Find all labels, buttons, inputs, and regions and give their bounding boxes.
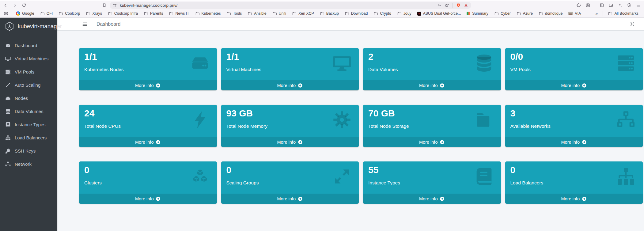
main-area: Dashboard 1/1Kubernetes NodesMore info1/…: [57, 18, 644, 231]
arrow-circle-right-icon: [298, 83, 303, 88]
brave-rewards-icon[interactable]: [464, 3, 468, 7]
password-key-icon[interactable]: [437, 3, 441, 7]
arrow-circle-right-icon: [440, 140, 445, 145]
bookmark-item-coolcorp-infra[interactable]: Coolcorp Infra: [106, 10, 140, 17]
sidebar-item-auto-scaling[interactable]: Auto Scaling: [0, 78, 57, 92]
more-info-link[interactable]: More info: [505, 80, 643, 90]
bookmarks-bar: GoogleOFICoolcorpXraysCoolcorp InfraPare…: [0, 9, 644, 18]
sidebar-item-vm-pools[interactable]: VM Pools: [0, 65, 57, 78]
more-info-link[interactable]: More info: [363, 194, 501, 204]
url-bar[interactable]: kubevirt-manager.coolcorp.priv/: [110, 2, 471, 9]
folder-icon: [397, 11, 402, 16]
sidebar-item-data-volumes[interactable]: Data Volumes: [0, 105, 57, 118]
card-label: Total Node CPUs: [79, 118, 217, 129]
bookmark-item-download[interactable]: Download: [343, 10, 370, 17]
sidebar-item-network[interactable]: Network: [0, 157, 57, 171]
bookmark-item-cyber[interactable]: Cyber: [492, 10, 513, 17]
app-navbar: Dashboard: [57, 18, 644, 31]
more-info-label: More info: [277, 83, 296, 88]
sidebar-collapse-icon[interactable]: [82, 21, 88, 27]
bookmark-item-crypto[interactable]: Crypto: [372, 10, 393, 17]
url-text[interactable]: kubevirt-manager.coolcorp.priv/: [120, 3, 434, 8]
sidebar-item-ssh-keys[interactable]: SSH Keys: [0, 144, 57, 157]
more-info-link[interactable]: More info: [505, 137, 643, 147]
bookmark-item-ofi[interactable]: OFI: [38, 10, 55, 17]
card-total-node-storage: 70 GBTotal Node StorageMore info: [363, 105, 501, 147]
bookmark-item-azure[interactable]: Azure: [515, 10, 535, 17]
bookmark-item-jouy[interactable]: Jouy: [395, 10, 413, 17]
bookmark-items: GoogleOFICoolcorpXraysCoolcorp InfraPare…: [14, 10, 591, 17]
vpn-shield-icon[interactable]: [627, 3, 632, 8]
bookmark-item-news-it[interactable]: News IT: [167, 10, 191, 17]
apps-grid-icon[interactable]: [4, 11, 8, 16]
sidebar-item-virtual-machines[interactable]: Virtual Machines: [0, 52, 57, 65]
more-info-link[interactable]: More info: [79, 194, 217, 204]
desktop-icon: [5, 56, 11, 62]
bookmark-label: Download: [351, 11, 368, 16]
brave-shields-icon[interactable]: [456, 3, 460, 7]
card-label: Scaling Groups: [221, 175, 359, 186]
bookmark-item-xrays[interactable]: Xrays: [84, 10, 104, 17]
sidebar-brand[interactable]: kubevirt-manager: [0, 18, 57, 35]
bookmark-item-parents[interactable]: Parents: [142, 10, 165, 17]
more-info-link[interactable]: More info: [363, 80, 501, 90]
browser-toolbar: kubevirt-manager.coolcorp.priv/: [0, 1, 644, 9]
card-total-node-memory: 93 GBTotal Node MemoryMore info: [221, 105, 359, 147]
folder-icon: [272, 11, 277, 16]
more-info-link[interactable]: More info: [505, 194, 643, 204]
bookmark-label: Azure: [523, 11, 533, 16]
bookmark-label: domotique: [545, 11, 563, 16]
card-scaling-groups: 0Scaling GroupsMore info: [221, 161, 359, 204]
bookmark-label: OFI: [47, 11, 53, 16]
more-info-label: More info: [561, 83, 580, 88]
reload-icon[interactable]: [21, 3, 27, 8]
sitemap-icon: [5, 135, 11, 141]
bookmark-item-tools[interactable]: Tools: [225, 10, 244, 17]
wallet-icon[interactable]: [608, 3, 613, 8]
hdd-icon: [5, 95, 11, 101]
extensions-puzzle-icon[interactable]: [576, 3, 581, 8]
forward-icon[interactable]: [12, 3, 17, 8]
share-icon[interactable]: [445, 3, 449, 7]
bookmark-item-ansible[interactable]: Ansible: [246, 10, 268, 17]
bookmarks-overflow-chevrons[interactable]: »: [594, 11, 600, 16]
more-info-link[interactable]: More info: [79, 137, 217, 147]
more-info-link[interactable]: More info: [221, 80, 359, 90]
more-info-link[interactable]: More info: [79, 80, 217, 90]
bookmark-item-backup[interactable]: Backup: [318, 10, 341, 17]
browser-menu-icon[interactable]: [636, 3, 641, 8]
bookmark-item-xen-xcp[interactable]: Xen XCP: [290, 10, 316, 17]
sidebar-item-load-balancers[interactable]: Load Balancers: [0, 131, 57, 144]
sidebar-item-dashboard[interactable]: Dashboard: [0, 39, 57, 52]
back-icon[interactable]: [3, 3, 8, 8]
sidebar-item-instance-types[interactable]: Instance Types: [0, 118, 57, 131]
all-bookmarks-button[interactable]: All Bookmarks: [606, 10, 640, 17]
more-info-link[interactable]: More info: [221, 194, 359, 204]
more-info-label: More info: [561, 196, 580, 201]
card-label: Load Balancers: [505, 175, 643, 186]
sidebar-item-label: Data Volumes: [15, 109, 43, 114]
sidebar-item-nodes[interactable]: Nodes: [0, 92, 57, 105]
divider: [603, 11, 603, 16]
divider: [595, 3, 595, 8]
more-info-link[interactable]: More info: [363, 137, 501, 147]
bookmark-item-summary[interactable]: Summary: [465, 10, 490, 17]
bookmark-item-unifi[interactable]: Unifi: [271, 10, 288, 17]
fullscreen-expand-icon[interactable]: [630, 21, 635, 27]
bookmark-label: Coolcorp Infra: [114, 11, 138, 16]
asus-favicon: [417, 12, 421, 16]
sidebar-item-label: Load Balancers: [15, 135, 47, 140]
sidebar-toggle-icon[interactable]: [599, 3, 604, 8]
leo-ai-sparkle-icon[interactable]: [618, 3, 623, 8]
bookmark-item-google[interactable]: Google: [14, 10, 36, 17]
bookmark-item-kubernetes[interactable]: Kubernetes: [193, 10, 223, 17]
bookmark-item-via[interactable]: VIA: [566, 10, 583, 17]
bookmark-item-coolcorp[interactable]: Coolcorp: [57, 10, 82, 17]
bookmark-item-domotique[interactable]: domotique: [537, 10, 564, 17]
bookmark-flag-icon[interactable]: [102, 3, 107, 8]
more-info-link[interactable]: More info: [221, 137, 359, 147]
search-page-icon[interactable]: [585, 3, 590, 8]
site-settings-icon[interactable]: [113, 3, 117, 7]
bookmark-item-asus-dual-geforce[interactable]: ASUS Dual GeForce...: [415, 10, 463, 17]
folder-icon: [608, 11, 612, 16]
